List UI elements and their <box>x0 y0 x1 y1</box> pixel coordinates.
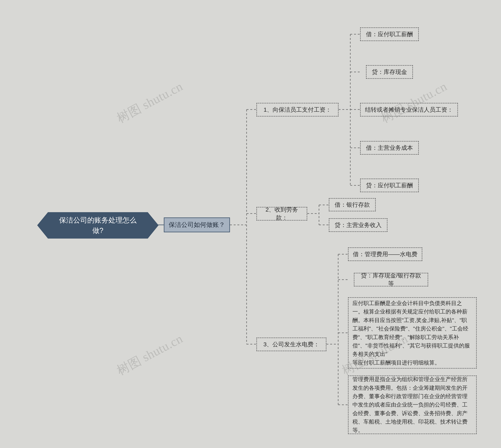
branch-3-child-2: 应付职工薪酬是企业会计科目中负债类科目之一。核算企业根据有关规定应付给职工的各种… <box>348 297 477 368</box>
branch-2: 2、收到劳务款： <box>256 207 307 221</box>
root-node: 保洁公司的账务处理怎么 做? <box>48 212 148 239</box>
branch-2-child-1: 贷：主营业务收入 <box>329 218 387 232</box>
branch-3: 3、公司发生水电费： <box>256 337 326 351</box>
branch-3-child-1: 贷：库存现金/银行存款等 <box>354 273 428 287</box>
branch-1-child-3: 借：主营业务成本 <box>360 141 419 155</box>
watermark: 树图 shutu.cn <box>114 78 186 127</box>
branch-1-child-0: 借：应付职工薪酬 <box>360 27 419 41</box>
branch-3-child-3: 管理费用是指企业为组织和管理企业生产经营所发生的各项费用。包括：企业筹建期间发生… <box>348 375 477 434</box>
watermark: 树图 shutu.cn <box>114 330 186 379</box>
branch-1-child-4: 贷：应付职工薪酬 <box>360 178 419 192</box>
watermark: 树图 shutu.cn <box>378 78 450 127</box>
root-hex-left <box>37 212 48 239</box>
branch-1-child-2: 结转或者摊销专业保洁人员工资： <box>360 103 458 116</box>
branch-1: 1、向保洁员工支付工资： <box>256 103 339 116</box>
branch-2-child-0: 借：银行存款 <box>329 198 376 211</box>
root-hex-right <box>148 212 159 239</box>
level1-node: 保洁公司如何做账？ <box>164 217 230 232</box>
branch-3-child-0: 借：管理费用——水电费 <box>348 247 422 261</box>
branch-1-child-1: 贷：库存现金 <box>366 65 413 79</box>
